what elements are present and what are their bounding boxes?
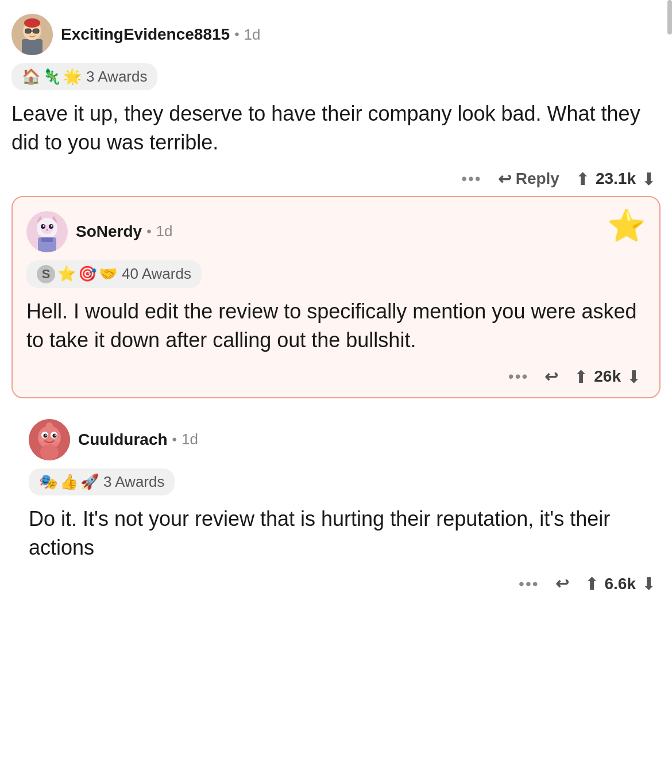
comment-2-awards-badge[interactable]: S ⭐ 🎯 🤝 40 Awards (26, 260, 202, 288)
award-icon-hand: 🤝 (99, 265, 117, 283)
reply-icon-2: ↩ (544, 367, 558, 386)
comment-3-downvote-button[interactable]: ⬇ (642, 574, 656, 594)
comment-3-time: 1d (181, 431, 198, 448)
svg-point-3 (24, 18, 40, 28)
award-icon-3-3: 🚀 (80, 473, 99, 491)
comment-3-award-icons: 🎭 👍 🚀 (39, 473, 99, 491)
comment-1-header: ExcitingEvidence8815 • 1d (11, 14, 661, 55)
reply-icon-3: ↩ (555, 574, 569, 593)
award-icon-star: ⭐ (57, 265, 76, 283)
svg-point-28 (55, 438, 60, 441)
svg-point-14 (43, 225, 45, 226)
comment-2-username-line: SoNerdy • 1d (76, 222, 172, 241)
comment-3-action-bar: ••• ↩ ⬆ 6.6k ⬇ (29, 574, 661, 594)
comment-1-reply-button[interactable]: ↩ Reply (498, 170, 559, 189)
comment-1-vote-count: 23.1k (596, 170, 636, 188)
comment-1-awards-count: 3 Awards (86, 68, 147, 86)
award-icon-plus: 🎯 (78, 265, 96, 283)
award-icon-1: 🏠 (22, 68, 40, 86)
comment-1-dot: • (234, 26, 239, 43)
comment-2-highlighted: ⭐ (11, 196, 661, 398)
svg-rect-5 (33, 29, 39, 33)
comment-2-award-icons: S ⭐ 🎯 🤝 (37, 265, 117, 283)
comment-1-text: Leave it up, they deserve to have their … (11, 99, 661, 157)
comment-2-action-bar: ••• ↩ ⬆ 26k ⬇ (26, 367, 646, 387)
comment-2-time: 1d (156, 222, 173, 240)
svg-point-26 (55, 434, 56, 435)
comment-2-awards-count: 40 Awards (122, 265, 191, 283)
comment-3: Cuuldurach • 1d 🎭 👍 🚀 3 Awards Do it. It… (0, 408, 672, 601)
comment-2-vote-section: ⬆ 26k ⬇ (574, 367, 641, 387)
comment-3-username[interactable]: Cuuldurach (78, 431, 168, 449)
comment-1-username[interactable]: ExcitingEvidence8815 (61, 25, 230, 44)
award-icon-3: 🌟 (63, 68, 82, 86)
award-icon-2: 🦎 (43, 68, 61, 86)
comment-2-dot: • (146, 224, 151, 240)
star-decoration: ⭐ (607, 207, 646, 244)
comment-1-time: 1d (244, 26, 261, 44)
comment-1-vote-section: ⬆ 23.1k ⬇ (576, 169, 656, 189)
comment-2-username[interactable]: SoNerdy (76, 222, 142, 241)
comment-2-more-options[interactable]: ••• (508, 367, 528, 386)
comment-1-username-line: ExcitingEvidence8815 • 1d (61, 25, 260, 44)
avatar-cuuldurach[interactable] (29, 419, 70, 460)
comment-1-more-options[interactable]: ••• (461, 170, 481, 188)
comment-2-upvote-button[interactable]: ⬆ (574, 367, 588, 387)
comment-3-vote-count: 6.6k (605, 575, 636, 593)
reply-icon-1: ↩ (498, 170, 511, 189)
comment-1-downvote-button[interactable]: ⬇ (642, 169, 656, 189)
comment-1-awards-badge[interactable]: 🏠 🦎 🌟 3 Awards (11, 63, 157, 90)
comment-3-dot: • (172, 432, 177, 448)
comment-1-action-bar: ••• ↩ Reply ⬆ 23.1k ⬇ (11, 169, 661, 189)
comment-3-header: Cuuldurach • 1d (29, 419, 661, 460)
svg-point-15 (51, 225, 53, 226)
comment-3-upvote-button[interactable]: ⬆ (585, 574, 599, 594)
svg-point-25 (45, 434, 47, 435)
svg-point-16 (46, 229, 48, 230)
svg-point-30 (46, 422, 53, 429)
avatar-sonerdy[interactable] (26, 211, 68, 252)
svg-rect-4 (25, 29, 31, 33)
comment-3-vote-section: ⬆ 6.6k ⬇ (585, 574, 656, 594)
comment-3-reply-button[interactable]: ↩ (555, 574, 569, 593)
comment-2-downvote-button[interactable]: ⬇ (627, 367, 641, 387)
svg-point-29 (40, 444, 59, 460)
avatar-exciting[interactable] (11, 14, 53, 55)
comment-1-award-icons: 🏠 🦎 🌟 (22, 68, 82, 86)
comment-2-text: Hell. I would edit the review to specifi… (26, 297, 646, 355)
svg-point-24 (53, 433, 57, 437)
comment-3-awards-badge[interactable]: 🎭 👍 🚀 3 Awards (29, 468, 175, 495)
comment-2-header: SoNerdy • 1d (26, 211, 646, 252)
comment-1-reply-label: Reply (516, 170, 559, 188)
comment-3-awards-count: 3 Awards (103, 473, 164, 491)
comment-3-text: Do it. It's not your review that is hurt… (29, 505, 661, 563)
svg-rect-18 (41, 237, 53, 242)
svg-rect-1 (22, 39, 43, 55)
award-icon-s: S (37, 265, 55, 283)
comment-2-reply-button[interactable]: ↩ (544, 367, 558, 386)
comment-1-upvote-button[interactable]: ⬆ (576, 169, 590, 189)
comment-3-more-options[interactable]: ••• (519, 575, 539, 593)
award-icon-3-1: 🎭 (39, 473, 57, 491)
comment-1: ExcitingEvidence8815 • 1d 🏠 🦎 🌟 3 Awards… (0, 0, 672, 196)
svg-point-23 (44, 433, 48, 437)
comment-2-vote-count: 26k (594, 367, 621, 386)
svg-point-27 (38, 438, 44, 441)
comment-3-username-line: Cuuldurach • 1d (78, 431, 198, 449)
award-icon-3-2: 👍 (60, 473, 78, 491)
